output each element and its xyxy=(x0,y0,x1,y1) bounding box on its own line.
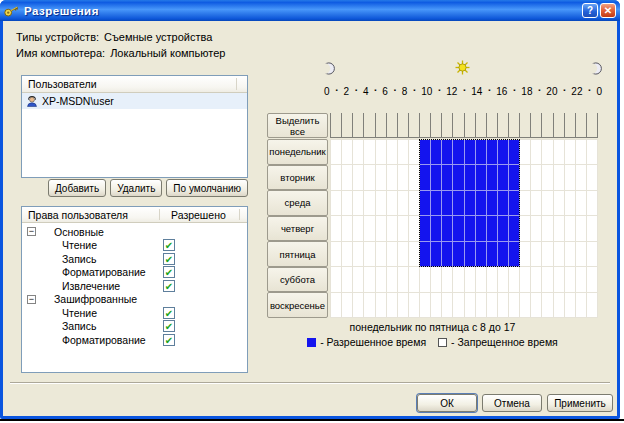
hour-cell[interactable] xyxy=(376,191,387,216)
hour-cell[interactable] xyxy=(387,293,398,318)
checkbox[interactable]: ✔ xyxy=(163,280,175,292)
tick-cell[interactable] xyxy=(575,113,586,137)
hour-cell[interactable] xyxy=(409,165,420,190)
hour-cell[interactable] xyxy=(476,216,487,241)
hour-cell[interactable] xyxy=(565,293,576,318)
tick-cell[interactable] xyxy=(397,113,408,137)
hour-cell[interactable] xyxy=(531,242,542,267)
checkbox[interactable]: ✔ xyxy=(163,307,175,319)
hour-cell[interactable] xyxy=(465,242,476,267)
hour-cell[interactable] xyxy=(509,242,520,267)
hour-cell[interactable] xyxy=(554,140,565,165)
hour-cell[interactable] xyxy=(364,216,375,241)
hour-cell[interactable] xyxy=(465,267,476,292)
hour-cell[interactable] xyxy=(576,293,587,318)
hour-cell[interactable] xyxy=(476,165,487,190)
day-button-1[interactable]: вторник xyxy=(267,165,328,191)
hour-cell[interactable] xyxy=(420,216,431,241)
hour-cell[interactable] xyxy=(398,293,409,318)
hour-cell[interactable] xyxy=(476,242,487,267)
hour-cell[interactable] xyxy=(554,267,565,292)
hour-cell[interactable] xyxy=(531,191,542,216)
rights-item-row[interactable]: Форматирование✔ xyxy=(22,266,247,280)
hour-cell[interactable] xyxy=(331,140,342,165)
hour-cell[interactable] xyxy=(487,140,498,165)
hour-cell[interactable] xyxy=(476,140,487,165)
tick-cell[interactable] xyxy=(430,113,441,137)
hour-cell[interactable] xyxy=(431,267,442,292)
hour-cell[interactable] xyxy=(353,140,364,165)
hour-cell[interactable] xyxy=(509,216,520,241)
hour-cell[interactable] xyxy=(509,191,520,216)
tick-cell[interactable] xyxy=(441,113,452,137)
hour-cell[interactable] xyxy=(453,216,464,241)
hour-cell[interactable] xyxy=(353,165,364,190)
hour-cell[interactable] xyxy=(398,216,409,241)
hour-cell[interactable] xyxy=(565,216,576,241)
hour-cell[interactable] xyxy=(465,165,476,190)
hour-cell[interactable] xyxy=(342,140,353,165)
hour-cell[interactable] xyxy=(476,267,487,292)
hour-cell[interactable] xyxy=(431,242,442,267)
rights-group-row[interactable]: −Основные xyxy=(22,225,247,239)
hour-cell[interactable] xyxy=(453,267,464,292)
hour-cell[interactable] xyxy=(520,242,531,267)
hour-cell[interactable] xyxy=(587,267,598,292)
hour-cell[interactable] xyxy=(531,267,542,292)
hour-cell[interactable] xyxy=(498,267,509,292)
hour-cell[interactable] xyxy=(520,191,531,216)
tick-cell[interactable] xyxy=(486,113,497,137)
hour-cell[interactable] xyxy=(387,191,398,216)
hour-cell[interactable] xyxy=(453,191,464,216)
hour-cell[interactable] xyxy=(554,216,565,241)
hour-cell[interactable] xyxy=(398,191,409,216)
hour-cell[interactable] xyxy=(554,191,565,216)
tick-cell[interactable] xyxy=(363,113,374,137)
checkbox[interactable]: ✔ xyxy=(163,239,175,251)
tick-cell[interactable] xyxy=(330,113,341,137)
hour-cell[interactable] xyxy=(498,191,509,216)
hour-cell[interactable] xyxy=(442,165,453,190)
hour-cell[interactable] xyxy=(331,191,342,216)
select-all-button[interactable]: Выделить все xyxy=(267,113,328,138)
hour-cell[interactable] xyxy=(442,267,453,292)
checkbox[interactable]: ✔ xyxy=(163,334,175,346)
hour-cell[interactable] xyxy=(520,140,531,165)
hour-cell[interactable] xyxy=(487,165,498,190)
hour-cell[interactable] xyxy=(409,267,420,292)
hour-cell[interactable] xyxy=(398,242,409,267)
remove-user-button[interactable]: Удалить xyxy=(110,179,162,197)
hour-cell[interactable] xyxy=(420,165,431,190)
tick-cell[interactable] xyxy=(452,113,463,137)
hour-cell[interactable] xyxy=(465,140,476,165)
hour-cell[interactable] xyxy=(342,267,353,292)
hour-cell[interactable] xyxy=(342,165,353,190)
hour-cell[interactable] xyxy=(387,165,398,190)
help-button[interactable]: ? xyxy=(582,3,598,18)
hour-cell[interactable] xyxy=(420,191,431,216)
hour-cell[interactable] xyxy=(453,165,464,190)
hour-cell[interactable] xyxy=(398,165,409,190)
hour-cell[interactable] xyxy=(565,140,576,165)
rights-item-row[interactable]: Запись✔ xyxy=(22,252,247,266)
hour-cell[interactable] xyxy=(542,242,553,267)
hour-cell[interactable] xyxy=(542,267,553,292)
hour-cell[interactable] xyxy=(576,216,587,241)
hour-cell[interactable] xyxy=(420,267,431,292)
hour-cell[interactable] xyxy=(376,242,387,267)
hour-cell[interactable] xyxy=(376,216,387,241)
hour-cell[interactable] xyxy=(398,267,409,292)
hour-cell[interactable] xyxy=(420,140,431,165)
tick-cell[interactable] xyxy=(519,113,530,137)
hour-cell[interactable] xyxy=(509,293,520,318)
hour-cell[interactable] xyxy=(542,191,553,216)
hour-cell[interactable] xyxy=(465,191,476,216)
hour-cell[interactable] xyxy=(587,293,598,318)
hour-cell[interactable] xyxy=(442,191,453,216)
tick-cell[interactable] xyxy=(497,113,508,137)
hour-cell[interactable] xyxy=(420,242,431,267)
hour-cell[interactable] xyxy=(342,216,353,241)
hour-cell[interactable] xyxy=(364,293,375,318)
hour-cell[interactable] xyxy=(587,242,598,267)
hour-cell[interactable] xyxy=(587,165,598,190)
